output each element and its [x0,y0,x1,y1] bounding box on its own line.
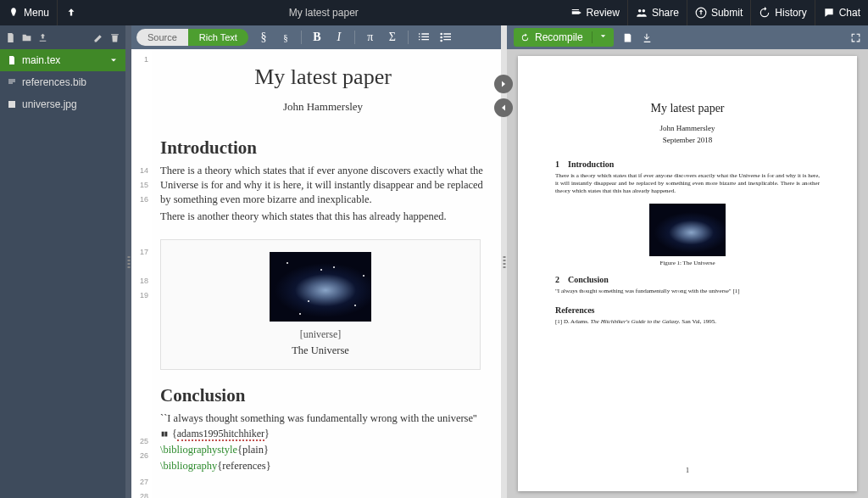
pdf-title: My latest paper [555,102,820,115]
pdf-figure: Figure 1: The Universe [555,204,820,266]
new-file-icon[interactable] [5,32,16,43]
doc-author[interactable]: John Hammersley [160,100,486,114]
download-button[interactable] [642,32,653,43]
menu-button[interactable]: Menu [0,0,57,25]
file-item-universe[interactable]: universe.jpg [0,93,125,115]
figure-caption[interactable]: The Universe [173,344,468,357]
inline-math-icon[interactable]: π [364,31,377,44]
pdf-sec1: 1Introduction [555,159,820,169]
up-arrow-icon [65,7,77,19]
bibliography-line[interactable]: \bibliography{references} [160,460,486,473]
recompile-button[interactable]: Recompile [514,28,614,47]
pdf-author: John Hammersley [555,124,820,132]
history-button[interactable]: History [750,0,814,25]
file-label: references.bib [22,76,86,88]
editor-toolbar: Source Rich Text § § B I π Σ [131,25,501,49]
file-toolbar [0,25,125,49]
document-title: My latest paper [85,7,563,19]
bibstyle-line[interactable]: \bibliographystyle{plain} [160,444,486,456]
sidebar-resize-handle[interactable] [125,25,131,498]
submit-icon [695,7,707,19]
swap-right-button[interactable] [494,75,513,93]
svg-point-4 [440,36,442,39]
preview-pane: Recompile My latest paper John Hammersle… [507,25,868,498]
doc-title[interactable]: My latest paper [160,64,486,90]
refresh-icon [520,33,530,42]
section-icon[interactable]: § [257,31,270,44]
image-icon [7,99,17,109]
file-item-references[interactable]: references.bib [0,71,125,93]
rich-text-mode-tab[interactable]: Rich Text [188,29,248,46]
expand-icon [850,32,861,43]
pdf-reference-1: [1] D. Adams. The Hitchhiker's Guide to … [555,318,820,325]
heading-conclusion[interactable]: Conclusion [160,385,486,406]
svg-point-3 [440,33,442,36]
numbered-list-icon[interactable] [417,31,431,44]
italic-icon[interactable]: I [332,31,346,44]
pane-swap-controls [494,75,513,117]
pdf-references-heading: References [555,305,820,315]
pdf-page-number: 1 [518,467,857,474]
editor-pane: Source Rich Text § § B I π Σ 1 14 15 [131,25,501,498]
logs-button[interactable] [622,32,633,43]
figure-block[interactable]: [universe] The Universe [160,239,481,370]
rename-icon[interactable] [93,32,104,43]
svg-point-1 [642,9,645,12]
cite-key[interactable]: adams1995hitchhiker [177,428,264,441]
history-icon [759,7,771,19]
line-gutter: 1 14 15 16 17 18 19 25 26 27 28 29 30 [131,49,152,498]
new-folder-icon[interactable] [21,32,32,43]
file-icon [7,55,17,65]
file-item-main[interactable]: main.tex [0,49,125,71]
bold-icon[interactable]: B [310,31,324,44]
preview-toolbar: Recompile [507,25,868,49]
recompile-dropdown[interactable] [592,31,614,43]
pdf-viewer[interactable]: My latest paper John Hammersley Septembe… [507,49,868,498]
topbar: Menu My latest paper Review Share Submit… [0,0,868,25]
svg-point-0 [638,9,642,12]
pdf-intro-body: There is a theory which states that if e… [555,172,820,195]
chat-icon [823,7,835,19]
editor-mode-toggle[interactable]: Source Rich Text [136,29,248,46]
pdf-sec2: 2Conclusion [555,275,820,284]
citation[interactable]: {adams1995hitchhiker} [160,428,486,440]
bullet-list-icon[interactable] [439,31,453,44]
chat-button[interactable]: Chat [815,0,868,25]
review-button[interactable]: Review [563,0,627,25]
fullscreen-button[interactable] [850,32,861,43]
logs-icon [622,32,633,43]
intro-paragraph-2[interactable]: There is another theory which states tha… [160,210,486,224]
conclusion-quote[interactable]: ``I always thought something was fundame… [160,411,486,426]
editor-content[interactable]: My latest paper John Hammersley Introduc… [152,49,501,498]
share-icon [636,7,648,19]
menu-label: Menu [24,7,49,19]
submit-button[interactable]: Submit [687,0,750,25]
upload-icon[interactable] [37,32,48,43]
file-label: universe.jpg [22,98,77,110]
chevron-down-icon[interactable] [108,55,119,65]
file-label: main.tex [22,54,60,66]
review-icon [570,7,582,19]
pdf-figure-caption: Figure 1: The Universe [555,260,820,266]
pdf-figure-image [649,204,726,256]
delete-icon[interactable] [109,32,120,43]
subsection-icon[interactable]: § [279,32,292,42]
book-icon [160,430,169,439]
file-sidebar: main.tex references.bib universe.jpg [0,25,125,498]
brand-icon [8,7,19,19]
swap-left-button[interactable] [494,98,513,117]
up-button[interactable] [57,0,85,25]
heading-introduction[interactable]: Introduction [160,137,486,159]
download-icon [642,32,653,43]
intro-paragraph[interactable]: There is a theory which states that if e… [160,164,486,207]
caret-down-icon [598,31,608,41]
share-button[interactable]: Share [627,0,687,25]
svg-point-5 [440,40,442,42]
pdf-conclusion-quote: "I always thought something was fundamen… [555,288,820,295]
editor-body[interactable]: 1 14 15 16 17 18 19 25 26 27 28 29 30 My… [131,49,501,498]
pdf-date: September 2018 [555,136,820,144]
figure-tag[interactable]: [universe] [173,328,468,341]
figure-image [270,252,371,322]
source-mode-tab[interactable]: Source [136,29,188,46]
display-math-icon[interactable]: Σ [386,31,399,44]
